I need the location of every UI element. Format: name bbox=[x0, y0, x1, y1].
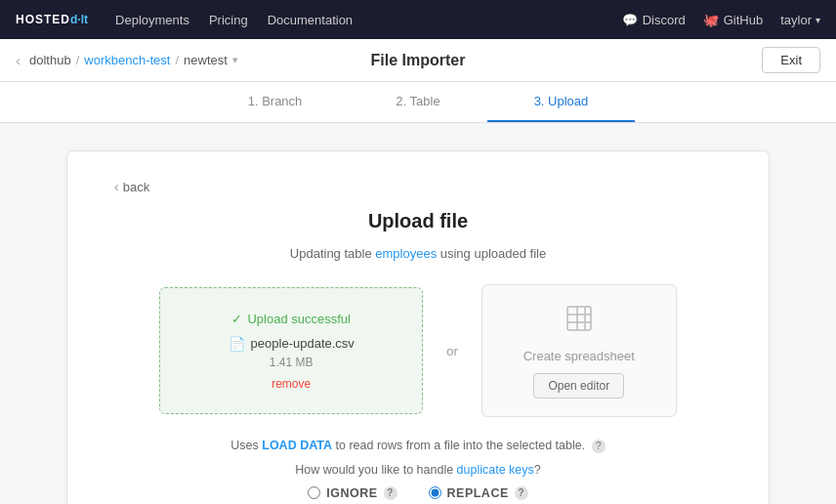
remove-link[interactable]: remove bbox=[272, 377, 311, 391]
ignore-option[interactable]: IGNORE ? bbox=[308, 486, 397, 500]
table-grid-icon bbox=[564, 303, 595, 341]
load-data-link[interactable]: LOAD DATA bbox=[262, 439, 332, 452]
or-label: or bbox=[446, 344, 458, 358]
ignore-radio[interactable] bbox=[308, 486, 320, 499]
github-icon: 🐙 bbox=[703, 13, 719, 27]
open-editor-button[interactable]: Open editor bbox=[533, 373, 624, 399]
step-branch[interactable]: 1. Branch bbox=[201, 82, 350, 122]
logo: HOSTED d ·lt bbox=[16, 13, 88, 26]
logo-dolt: ·lt bbox=[77, 13, 88, 26]
table-name-link[interactable]: employees bbox=[375, 246, 437, 261]
replace-help-icon[interactable]: ? bbox=[515, 486, 528, 500]
subtitle: Updating table employees using uploaded … bbox=[114, 246, 722, 261]
logo-dot: d bbox=[70, 13, 77, 26]
step-upload[interactable]: 3. Upload bbox=[487, 82, 636, 122]
breadcrumb-sep-1: / bbox=[76, 53, 80, 67]
replace-radio[interactable] bbox=[429, 486, 441, 499]
file-size: 1.41 MB bbox=[270, 356, 314, 369]
exit-button[interactable]: Exit bbox=[762, 47, 820, 73]
duplicate-keys-link[interactable]: duplicate keys bbox=[457, 463, 534, 477]
back-link[interactable]: ‹ back bbox=[114, 179, 149, 194]
upload-box: ✓ Upload successful 📄 people-update.csv … bbox=[159, 287, 423, 414]
load-data-info: Uses LOAD DATA to read rows from a file … bbox=[114, 439, 722, 453]
ignore-help-icon[interactable]: ? bbox=[384, 486, 397, 500]
stepper-tabs: 1. Branch 2. Table 3. Upload bbox=[0, 82, 836, 123]
discord-icon: 💬 bbox=[622, 13, 638, 27]
duplicate-keys-section: How would you like to handle duplicate k… bbox=[114, 463, 722, 500]
page-title: File Importer bbox=[371, 52, 466, 69]
sub-nav: ‹ dolthub / workbench-test / newtest ▾ F… bbox=[0, 39, 836, 82]
file-info: 📄 people-update.csv bbox=[229, 336, 355, 352]
radio-group: IGNORE ? REPLACE ? bbox=[114, 486, 722, 500]
breadcrumb-branch[interactable]: newtest bbox=[184, 53, 228, 67]
step-table[interactable]: 2. Table bbox=[349, 82, 486, 122]
upload-area: ✓ Upload successful 📄 people-update.csv … bbox=[114, 284, 722, 417]
load-data-help-icon[interactable]: ? bbox=[592, 440, 606, 453]
branch-dropdown-icon[interactable]: ▾ bbox=[232, 54, 238, 66]
nav-pricing[interactable]: Pricing bbox=[209, 13, 248, 27]
svg-rect-0 bbox=[567, 307, 591, 330]
nav-deployments[interactable]: Deployments bbox=[115, 13, 189, 27]
main-content: ‹ back Upload file Updating table employ… bbox=[0, 123, 836, 504]
back-arrow-icon: ‹ bbox=[114, 179, 119, 194]
discord-link[interactable]: 💬 Discord bbox=[622, 13, 686, 27]
logo-hosted: HOSTED bbox=[16, 13, 70, 26]
content-card: ‹ back Upload file Updating table employ… bbox=[66, 150, 770, 504]
breadcrumb-repo[interactable]: workbench-test bbox=[84, 53, 170, 67]
file-icon: 📄 bbox=[229, 336, 245, 352]
breadcrumb: ‹ dolthub / workbench-test / newtest ▾ bbox=[16, 52, 238, 68]
chevron-down-icon: ▾ bbox=[815, 15, 820, 25]
create-box: Create spreadsheet Open editor bbox=[481, 284, 677, 417]
create-spreadsheet-label: Create spreadsheet bbox=[523, 349, 635, 363]
back-nav-icon[interactable]: ‹ bbox=[16, 52, 21, 68]
upload-title: Upload file bbox=[114, 210, 722, 232]
upload-success-label: ✓ Upload successful bbox=[231, 312, 351, 326]
check-icon: ✓ bbox=[231, 312, 242, 326]
user-menu[interactable]: taylor ▾ bbox=[780, 13, 820, 27]
nav-documentation[interactable]: Documentation bbox=[268, 13, 353, 27]
top-nav: HOSTED d ·lt Deployments Pricing Documen… bbox=[0, 0, 836, 39]
breadcrumb-sep-2: / bbox=[175, 53, 179, 67]
breadcrumb-org[interactable]: dolthub bbox=[29, 53, 71, 67]
github-link[interactable]: 🐙 GitHub bbox=[703, 13, 763, 27]
filename: people-update.csv bbox=[251, 336, 355, 351]
replace-option[interactable]: REPLACE ? bbox=[429, 486, 528, 500]
